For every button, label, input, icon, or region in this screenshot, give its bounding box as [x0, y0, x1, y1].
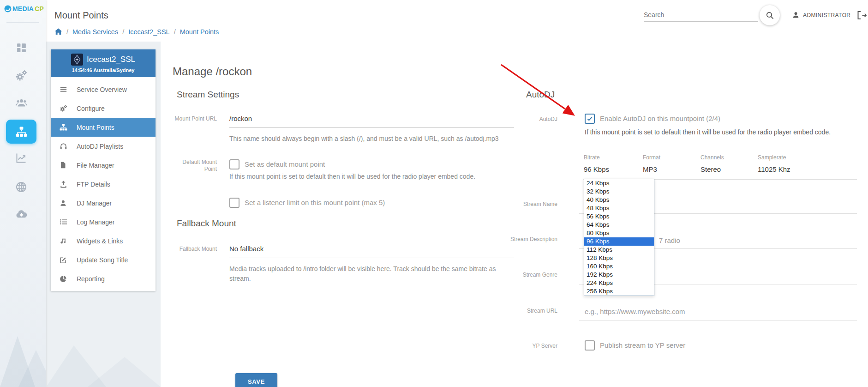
breadcrumb-icecast2-ssl[interactable]: Icecast2_SSL [128, 28, 169, 36]
mount-point-url-input[interactable]: /rockon [229, 115, 252, 122]
sidebar-item-label: Mount Points [77, 124, 114, 131]
stream-url-label: Stream URL [488, 308, 557, 314]
sidebar-item-label: DJ Manager [77, 200, 112, 207]
fallback-mount-label: Fallback Mount [157, 246, 217, 253]
bitrate-option-224-kbps[interactable]: 224 Kbps [584, 279, 654, 287]
stream-description-input[interactable]: 7 radio [659, 236, 680, 244]
globe-icon [15, 181, 27, 193]
file-icon [60, 161, 68, 169]
bitrate-option-112-kbps[interactable]: 112 Kbps [584, 246, 654, 254]
service-menu: Service OverviewConfigureMount PointsAut… [51, 77, 156, 288]
fallback-mount-select[interactable]: No fallback [229, 245, 263, 253]
edit-icon [60, 256, 68, 264]
rail-item-users[interactable] [6, 91, 36, 115]
icecast-logo [71, 54, 83, 66]
user-menu[interactable]: ADMINISTRATOR [792, 11, 850, 19]
logout-icon [856, 10, 867, 21]
bitrate-option-40-kbps[interactable]: 40 Kbps [584, 196, 654, 204]
sidebar-item-log-manager[interactable]: Log Manager [51, 212, 156, 231]
mount-point-url-label: Mount Point URL [157, 115, 217, 122]
music-icon [60, 237, 68, 245]
bitrate-option-64-kbps[interactable]: 64 Kbps [584, 221, 654, 229]
sidebar-item-label: Update Song Title [77, 256, 128, 264]
mediacp-logo[interactable]: MEDIACP [4, 5, 44, 12]
encoding-col-format: FormatMP3 [643, 154, 660, 173]
enable-autodj-checkbox[interactable] [585, 114, 595, 124]
home-icon[interactable] [54, 28, 62, 36]
samplerate-select[interactable]: 11025 Khz [758, 165, 790, 173]
sidebar-item-label: File Manager [77, 162, 114, 169]
sidebar-item-configure[interactable]: Configure [51, 99, 156, 118]
rail-item-sitemap[interactable] [6, 120, 36, 144]
sidebar-item-autodj-playlists[interactable]: AutoDJ Playlists [51, 137, 156, 156]
logout-button[interactable] [856, 10, 867, 21]
bitrate-option-256-kbps[interactable]: 256 Kbps [584, 287, 654, 296]
bitrate-option-80-kbps[interactable]: 80 Kbps [584, 229, 654, 237]
rail-item-cloud-download[interactable] [6, 202, 36, 226]
search-icon [766, 11, 774, 20]
user-name: ADMINISTRATOR [803, 12, 850, 18]
service-sidebar: Icecast2_SSL 14:54:46 Australia/Sydney S… [51, 49, 156, 291]
users-icon [15, 97, 28, 109]
sidebar-item-reporting[interactable]: Reporting [51, 269, 156, 288]
listener-limit-checkbox[interactable] [229, 198, 239, 208]
encoding-col-samplerate: Samplerate11025 Khz [758, 154, 790, 173]
sidebar-item-widgets-links[interactable]: Widgets & Links [51, 231, 156, 250]
brand-media-text: MEDIA [12, 5, 34, 12]
sidebar-item-label: Log Manager [77, 218, 115, 226]
encoding-header: Channels [700, 154, 724, 161]
mountpoints-icon [60, 123, 68, 132]
sidebar-item-file-manager[interactable]: File Manager [51, 156, 156, 175]
sidebar-item-service-overview[interactable]: Service Overview [51, 80, 156, 99]
rail-item-gears[interactable] [6, 63, 36, 87]
bitrate-option-24-kbps[interactable]: 24 Kbps [584, 179, 654, 187]
search-button[interactable] [760, 5, 780, 25]
service-time: 14:54:46 Australia/Sydney [51, 67, 156, 73]
icon-rail: MEDIACP [0, 0, 46, 387]
user-icon [792, 11, 800, 19]
stream-settings-heading: Stream Settings [177, 90, 239, 100]
pie-icon [60, 275, 68, 283]
sidebar-item-label: AutoDJ Playlists [77, 143, 123, 150]
yp-server-checkbox[interactable] [585, 340, 595, 351]
save-button[interactable]: SAVE [235, 373, 277, 387]
yp-server-checkbox-label[interactable]: Publish stream to YP server [600, 341, 685, 349]
sidebar-item-update-song-title[interactable]: Update Song Title [51, 250, 156, 269]
sidebar-item-label: Service Overview [77, 86, 127, 93]
default-mount-checkbox-label[interactable]: Set as default mount point [245, 160, 325, 168]
format-select[interactable]: MP3 [643, 165, 660, 173]
listener-limit-checkbox-label[interactable]: Set a listener limit on this mount point… [245, 199, 385, 206]
default-mount-checkbox[interactable] [229, 159, 239, 169]
encoding-header: Samplerate [758, 154, 790, 161]
autodj-row-label: AutoDJ [497, 116, 557, 123]
enable-autodj-label[interactable]: Enable AutoDJ on this mountpoint (2/4) [600, 115, 720, 122]
bitrate-option-192-kbps[interactable]: 192 Kbps [584, 271, 654, 279]
fallback-mount-underline [229, 258, 514, 258]
bitrate-option-160-kbps[interactable]: 160 Kbps [584, 262, 654, 271]
upload-icon [60, 180, 68, 188]
sitemap-icon [16, 126, 27, 138]
search-input[interactable] [644, 10, 758, 22]
bitrate-option-56-kbps[interactable]: 56 Kbps [584, 212, 654, 221]
breadcrumb-media-services[interactable]: Media Services [72, 28, 118, 36]
channels-select[interactable]: Stereo [700, 165, 724, 173]
rail-item-dashboard[interactable] [6, 36, 36, 60]
rail-item-chart[interactable] [6, 146, 36, 170]
sidebar-item-mount-points[interactable]: Mount Points [51, 118, 156, 137]
bitrate-option-48-kbps[interactable]: 48 Kbps [584, 204, 654, 212]
bitrate-option-128-kbps[interactable]: 128 Kbps [584, 254, 654, 262]
breadcrumb-mount-points[interactable]: Mount Points [180, 28, 219, 36]
rail-item-globe[interactable] [6, 175, 36, 199]
sidebar-item-ftp-details[interactable]: FTP Details [51, 175, 156, 194]
yp-server-label: YP Server [488, 343, 557, 350]
bitrate-option-32-kbps[interactable]: 32 Kbps [584, 187, 654, 196]
bitrate-select[interactable]: 96 Kbps [584, 165, 609, 173]
stream-url-input[interactable]: e.g., https://www.mywebsite.com [585, 308, 685, 315]
stream-genre-label: Stream Genre [488, 272, 557, 278]
mount-point-url-underline [229, 127, 514, 128]
brand-cp-text: CP [35, 5, 44, 12]
page-title: Mount Points [54, 10, 108, 21]
bitrate-option-96-kbps[interactable]: 96 Kbps [584, 237, 654, 246]
sidebar-item-dj-manager[interactable]: DJ Manager [51, 194, 156, 212]
fallback-mount-help: Media tracks uploaded to /intro folder w… [229, 264, 506, 284]
